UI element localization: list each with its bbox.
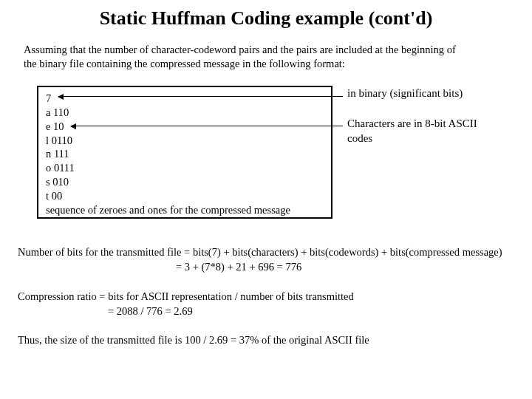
intro-line-1: Assuming that the number of character-co… bbox=[24, 44, 456, 55]
compression-ratio: Compression ratio = bits for ASCII repre… bbox=[18, 290, 520, 318]
codeword-row: l 0110 bbox=[46, 134, 324, 148]
codeword-row: o 0111 bbox=[46, 161, 324, 175]
file-format-box: 7 a 110 e 10 l 0110 n 111 o 0111 s 010 t… bbox=[37, 86, 332, 219]
ratio-line-1: Compression ratio = bits for ASCII repre… bbox=[18, 290, 520, 304]
annotation-ascii-codes: Characters are in 8-bit ASCII codes bbox=[347, 117, 502, 146]
bits-calculation: Number of bits for the transmitted file … bbox=[18, 245, 520, 274]
codeword-row: s 010 bbox=[46, 175, 324, 189]
arrow-to-count bbox=[58, 96, 343, 97]
annotation-binary-bits: in binary (significant bits) bbox=[347, 87, 463, 100]
bits-calc-line-2: = 3 + (7*8) + 21 + 696 = 776 bbox=[18, 260, 520, 275]
codeword-row: t 00 bbox=[46, 189, 324, 203]
slide: Static Huffman Coding example (cont'd) A… bbox=[0, 0, 532, 399]
codeword-row: e 10 bbox=[46, 120, 324, 134]
intro-text: Assuming that the number of character-co… bbox=[24, 43, 511, 71]
slide-title: Static Huffman Coding example (cont'd) bbox=[0, 7, 532, 30]
intro-line-2: the binary file containing the compresse… bbox=[24, 58, 345, 69]
pair-count: 7 bbox=[46, 92, 324, 106]
codeword-row: n 111 bbox=[46, 147, 324, 161]
bits-calc-line-1: Number of bits for the transmitted file … bbox=[18, 245, 520, 260]
filebox-footer: sequence of zeroes and ones for the comp… bbox=[46, 203, 324, 217]
arrow-to-chars bbox=[71, 126, 343, 126]
codeword-row: a 110 bbox=[46, 106, 324, 120]
conclusion-text: Thus, the size of the transmitted file i… bbox=[18, 334, 520, 347]
ratio-line-2: = 2088 / 776 = 2.69 bbox=[18, 304, 520, 319]
